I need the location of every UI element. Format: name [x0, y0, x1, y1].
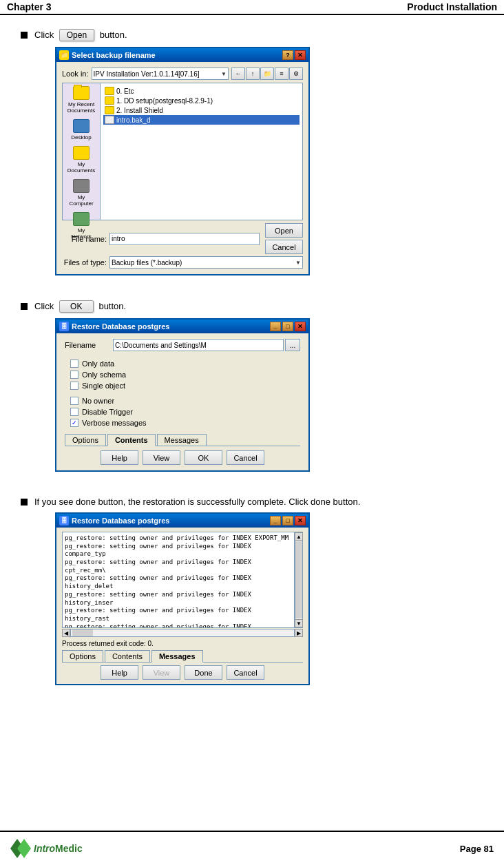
file-dialog-bottom: File name: Open Cancel Files of type: Ba…	[62, 223, 303, 269]
sidebar-mycomputer[interactable]: MyComputer	[69, 179, 93, 207]
log-line-1: pg_restore: setting owner and privileges…	[65, 534, 292, 543]
restore-min-btn[interactable]: _	[270, 322, 281, 331]
help-button[interactable]: ?	[282, 50, 293, 60]
filename-label: File name:	[62, 235, 107, 243]
views-button[interactable]: ≡	[275, 67, 288, 80]
restore-close-btn[interactable]: ✕	[295, 322, 306, 331]
file-item-install[interactable]: 2. Install Shield	[103, 105, 300, 115]
bullet-line-2: Click OK button.	[21, 300, 483, 313]
close-button[interactable]: ✕	[295, 50, 306, 60]
restore-body: Filename ... Only data Only schema	[56, 333, 308, 470]
log-scroll-down[interactable]: ▼	[295, 619, 303, 627]
bullet-line-3: If you see done button, the restoration …	[21, 497, 483, 507]
restore-view-btn[interactable]: View	[143, 450, 180, 465]
back-button[interactable]: ←	[231, 67, 245, 80]
open-button-inline[interactable]: Open	[59, 29, 94, 41]
single-object-row: Single object	[65, 382, 300, 390]
restore-help-btn[interactable]: Help	[101, 450, 138, 465]
restore-cancel-btn[interactable]: Cancel	[227, 450, 264, 465]
log-tab-messages[interactable]: Messages	[151, 650, 203, 663]
filetype-combo[interactable]: Backup files (*.backup) ▼	[109, 256, 303, 269]
verbose-checkbox[interactable]	[70, 419, 78, 427]
nav-buttons: ← ↑ 📁 ≡ ⚙	[231, 67, 303, 80]
log-min-btn[interactable]: _	[270, 516, 281, 525]
restore-filename-input[interactable]	[113, 339, 284, 351]
log-view-btn[interactable]: View	[143, 665, 180, 680]
filename-input[interactable]	[109, 233, 260, 245]
dialog-icon: 📁	[59, 50, 69, 60]
page-header: Chapter 3 Product Installation	[0, 0, 504, 15]
restore-dialog-titlebar: 🗄 Restore Database postgres _ □ ✕	[56, 320, 308, 333]
tab-contents[interactable]: Contents	[107, 434, 156, 446]
restore-tabs: Options Contents Messages	[65, 434, 300, 446]
tab-options[interactable]: Options	[65, 434, 106, 446]
log-max-btn[interactable]: □	[282, 516, 293, 525]
log-vscroll[interactable]: ▲ ▼	[295, 532, 303, 628]
no-owner-row: No owner	[65, 397, 300, 405]
log-hscroll-right[interactable]: ▶	[295, 629, 303, 637]
tab-messages[interactable]: Messages	[157, 434, 207, 446]
mydocs-icon	[73, 146, 90, 160]
sidebar-desktop[interactable]: Desktop	[71, 119, 91, 140]
svg-marker-1	[17, 839, 31, 858]
logo-text: IntroMedic	[34, 843, 83, 854]
file-dialog-body: Look in: IPV Installation Ver:1.0.1.14[0…	[56, 62, 308, 274]
sidebar-mydocs[interactable]: MyDocuments	[67, 146, 95, 174]
lookin-combo[interactable]: IPV Installation Ver:1.0.1.14[07.16] ▼	[92, 67, 229, 80]
log-done-btn[interactable]: Done	[185, 665, 222, 680]
log-help-btn[interactable]: Help	[101, 665, 138, 680]
page-number: Page 81	[460, 844, 494, 854]
bullet-text-1: Click Open button.	[34, 29, 127, 41]
file-dialog-toolbar: Look in: IPV Installation Ver:1.0.1.14[0…	[62, 67, 303, 80]
restore-ok-btn[interactable]: OK	[185, 450, 222, 465]
sidebar-recent[interactable]: My RecentDocuments	[67, 86, 95, 114]
file-item-dd[interactable]: 1. DD setup(postgresql-8.2.9-1)	[103, 96, 300, 105]
only-schema-checkbox[interactable]	[70, 371, 78, 379]
single-object-label: Single object	[82, 382, 125, 390]
tools-button[interactable]: ⚙	[289, 67, 303, 80]
bullet-text-2: Click OK button.	[34, 300, 126, 313]
log-dialog-icon: 🗄	[59, 516, 69, 525]
log-tab-contents[interactable]: Contents	[105, 650, 150, 662]
new-folder-button[interactable]: 📁	[260, 67, 274, 80]
open-btn[interactable]: Open	[265, 223, 303, 238]
folder-etc-icon	[105, 87, 114, 95]
log-line-4: pg_restore: setting owner and privileges…	[65, 574, 292, 590]
only-data-checkbox[interactable]	[70, 359, 78, 368]
up-button[interactable]: ↑	[246, 67, 260, 80]
log-hscroll-left[interactable]: ◀	[62, 629, 70, 637]
open-cancel-btns: Open Cancel	[265, 223, 303, 254]
file-item-intro[interactable]: intro.bak_d	[103, 115, 300, 125]
cancel-btn[interactable]: Cancel	[265, 240, 303, 254]
restore-win-controls: _ □ ✕	[270, 322, 306, 331]
bullet-square-3	[21, 499, 28, 506]
bullet-text-3: If you see done button, the restoration …	[34, 497, 360, 507]
ok-button-inline[interactable]: OK	[59, 300, 94, 313]
file-open-dialog: 📁 Select backup filename ? ✕ Look in: IP…	[55, 47, 310, 275]
recent-icon	[73, 86, 90, 100]
browse-btn[interactable]: ...	[285, 339, 300, 351]
file-item-etc[interactable]: 0. Etc	[103, 86, 300, 96]
disable-trigger-checkbox[interactable]	[70, 408, 78, 416]
log-close-btn[interactable]: ✕	[295, 516, 306, 525]
no-owner-checkbox[interactable]	[70, 397, 78, 405]
log-line-2: pg_restore: setting owner and privileges…	[65, 543, 292, 559]
filetype-arrow: ▼	[295, 260, 301, 266]
verbose-label: Verbose messages	[82, 419, 147, 427]
log-hscroll-track[interactable]	[70, 629, 295, 637]
page-content: Click Open button. 📁 Select backup filen…	[0, 22, 504, 751]
lookin-arrow: ▼	[221, 71, 227, 77]
log-cancel-btn[interactable]: Cancel	[227, 665, 264, 680]
restore-max-btn[interactable]: □	[282, 322, 293, 331]
log-line-5: pg_restore: setting owner and privileges…	[65, 591, 292, 607]
page-footer: IntroMedic Page 81	[0, 831, 504, 865]
log-tab-options[interactable]: Options	[62, 650, 103, 662]
only-schema-row: Only schema	[65, 371, 300, 379]
log-action-buttons: Help View Done Cancel	[62, 665, 303, 680]
log-text-area[interactable]: pg_restore: setting owner and privileges…	[62, 532, 295, 628]
folder-dd-icon	[105, 96, 114, 105]
single-object-checkbox[interactable]	[70, 382, 78, 390]
chapter-title: Chapter 3	[7, 1, 52, 12]
log-dialog-title: Restore Database postgres	[72, 517, 169, 525]
log-scroll-up[interactable]: ▲	[295, 532, 303, 541]
